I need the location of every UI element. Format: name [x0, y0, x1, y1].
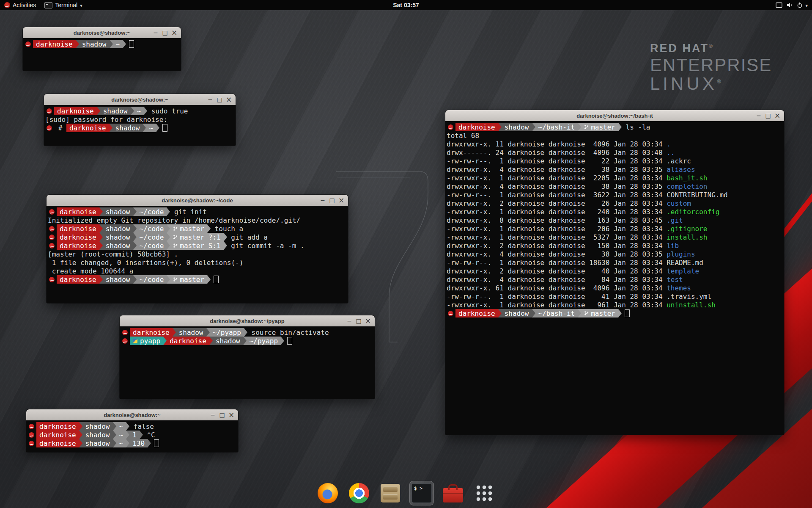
window-titlebar[interactable]: darknoise@shadow:~−□× — [26, 409, 238, 421]
window-titlebar[interactable]: darknoise@shadow:~/pyapp−□× — [120, 315, 375, 327]
close-button[interactable]: × — [170, 27, 179, 38]
file-name: test — [667, 276, 683, 284]
powerline-arrow — [209, 337, 213, 345]
path-segment: ~ — [134, 107, 144, 115]
window-titlebar[interactable]: darknoise@shadow:~/bash-it−□× — [445, 110, 784, 121]
maximize-button[interactable]: □ — [763, 110, 773, 121]
power-icon — [797, 2, 803, 8]
file-name: bash_it.sh — [667, 174, 707, 182]
terminal-content[interactable]: darknoiseshadow~/code git initInitialize… — [47, 206, 348, 303]
dock-item-terminal[interactable] — [409, 481, 434, 505]
file-name: install.sh — [667, 233, 707, 241]
terminal-line: Initialized empty Git repository in /hom… — [48, 216, 347, 224]
dock-item-firefox[interactable] — [315, 481, 340, 505]
ls-line-meta: drwxrwxr-x. 4 darknoise darknoise 38 Jan… — [447, 250, 667, 258]
powerline-arrow — [113, 431, 116, 439]
terminal-content[interactable]: darknoiseshadow~/pyapp source bin/activa… — [120, 326, 375, 399]
user-segment: darknoise — [33, 40, 76, 48]
close-button[interactable]: × — [773, 110, 782, 121]
minimize-button[interactable]: − — [318, 195, 327, 206]
close-button[interactable]: × — [224, 94, 233, 105]
app-menu[interactable]: Terminal — [40, 0, 86, 10]
ls-line-meta: drwxrwxr-x. 4 darknoise darknoise 38 Jan… — [447, 166, 667, 174]
window-controls: −□× — [754, 110, 784, 121]
powerline-arrow — [113, 439, 116, 447]
terminal-line: darknoiseshadow~/codemaster S:1 git comm… — [48, 241, 347, 250]
powerline-arrow — [618, 309, 622, 318]
dock-item-app-grid[interactable] — [472, 481, 497, 505]
file-manager-icon — [381, 484, 400, 502]
system-menu[interactable] — [771, 0, 812, 10]
dock — [0, 481, 812, 505]
exit-segment: 1 — [129, 431, 140, 439]
ls-line-meta: -rwxrwxr-x. 1 darknoise darknoise 2205 J… — [447, 174, 667, 182]
file-name: custom — [667, 199, 691, 207]
user-segment: darknoise — [57, 207, 99, 216]
powerline-arrow — [144, 107, 147, 115]
terminal-line: pyappdarknoiseshadow~/pyapp — [121, 337, 374, 345]
terminal-line: -rwxrwxr-x. 1 darknoise darknoise 240 Ja… — [447, 207, 783, 216]
close-button[interactable]: × — [337, 195, 346, 206]
host-segment: shadow — [502, 123, 532, 131]
close-button[interactable]: × — [227, 409, 236, 420]
terminal-content[interactable]: darknoiseshadow~/bash-itmaster ls -latot… — [445, 121, 784, 435]
user-segment: darknoise — [57, 233, 99, 241]
window-titlebar[interactable]: darknoise@shadow:~/code−□× — [47, 195, 348, 206]
terminal-cursor — [129, 40, 134, 48]
window-controls: −□× — [151, 27, 181, 38]
maximize-button[interactable]: □ — [217, 409, 227, 420]
powerline-arrow — [498, 123, 502, 131]
close-button[interactable]: × — [363, 315, 373, 326]
window-titlebar[interactable]: darknoise@shadow:~−□× — [44, 94, 236, 105]
redhat-prompt-icon — [448, 124, 453, 130]
window-title: darknoise@shadow:~ — [52, 412, 213, 418]
powerline-arrow — [79, 422, 82, 431]
window-titlebar[interactable]: darknoise@shadow:~−□× — [23, 27, 181, 39]
volume-icon — [786, 2, 793, 8]
powerline-arrow — [143, 124, 146, 132]
dock-item-file-manager[interactable] — [378, 481, 403, 505]
maximize-button[interactable]: □ — [160, 27, 170, 38]
terminal-text: git add a — [227, 233, 268, 241]
terminal-line: -rw-rw-r--. 1 darknoise darknoise 3622 J… — [447, 190, 783, 199]
powerline-arrow — [148, 439, 151, 447]
powerline-arrow — [173, 328, 176, 337]
maximize-button[interactable]: □ — [354, 315, 363, 326]
dock-item-chrome[interactable] — [347, 481, 371, 505]
terminal-text: git init — [170, 208, 207, 216]
minimize-button[interactable]: − — [206, 94, 215, 105]
ls-line-meta: drwxrwxr-x. 8 darknoise darknoise 163 Ja… — [447, 216, 667, 224]
activities-button[interactable]: Activities — [0, 0, 40, 10]
powerline-arrow — [498, 309, 502, 318]
terminal-line: drwxrwxr-x. 61 darknoise darknoise 4096 … — [447, 284, 783, 292]
clock[interactable]: Sat 03:57 — [389, 2, 423, 8]
user-segment: darknoise — [36, 422, 79, 431]
minimize-button[interactable]: − — [345, 315, 354, 326]
path-segment: ~/code — [137, 224, 167, 233]
terminal-content[interactable]: darknoiseshadow~ — [23, 38, 181, 71]
powerline-arrow — [99, 207, 103, 216]
terminal-text: ls -la — [622, 123, 650, 131]
ls-line-meta: drwxrwxr-x. 2 darknoise darknoise 26 Jan… — [447, 199, 667, 207]
minimize-button[interactable]: − — [208, 409, 217, 420]
minimize-button[interactable]: − — [151, 27, 160, 38]
powerline-arrow — [207, 224, 211, 233]
powerline-arrow — [532, 309, 535, 318]
maximize-button[interactable]: □ — [327, 195, 337, 206]
ls-line-meta: drwxrwxr-x. 4 darknoise darknoise 38 Jan… — [447, 182, 667, 190]
terminal-window-home-sudo: darknoise@shadow:~−□×darknoiseshadow~ su… — [44, 94, 236, 146]
maximize-button[interactable]: □ — [215, 94, 224, 105]
dock-item-toolbox[interactable] — [441, 481, 465, 505]
terminal-line: -rw-rw-r--. 1 darknoise darknoise 41 Jan… — [447, 292, 783, 301]
path-segment: ~/code — [137, 207, 167, 216]
terminal-line: darknoiseshadow~/code git init — [48, 207, 347, 216]
file-name: README.md — [667, 259, 703, 267]
redhat-prompt-icon — [29, 432, 34, 438]
terminal-content[interactable]: darknoiseshadow~ falsedarknoiseshadow~1 … — [26, 420, 238, 452]
terminal-line: 1 file changed, 0 insertions(+), 0 delet… — [48, 258, 347, 267]
terminal-content[interactable]: darknoiseshadow~ sudo true[sudo] passwor… — [44, 105, 236, 146]
redhat-prompt-icon — [49, 209, 55, 215]
powerline-arrow — [133, 275, 137, 284]
minimize-button[interactable]: − — [754, 110, 763, 121]
redhat-prompt-icon — [49, 226, 55, 232]
